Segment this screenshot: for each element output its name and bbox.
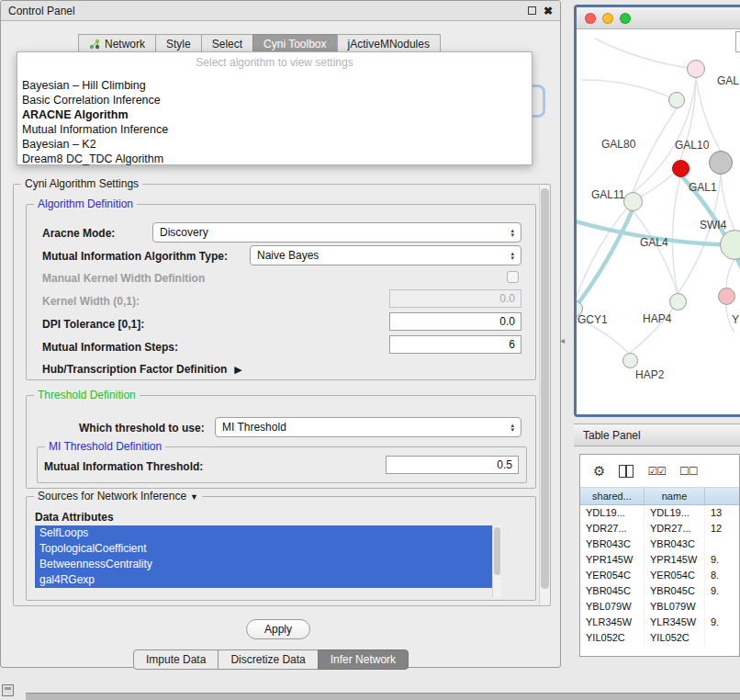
dropdown-item[interactable]: Bayesian – Hill Climbing — [17, 78, 532, 93]
table-row[interactable]: YBL079W YBL079W — [580, 599, 740, 615]
network-node-label: HAP2 — [635, 368, 664, 381]
table-cell: 9. — [705, 583, 740, 599]
network-node-label: HAP4 — [643, 312, 671, 325]
network-node-label: GAL4 — [640, 236, 668, 249]
mi-threshold-label: Mutual Information Threshold: — [44, 460, 203, 473]
column-header[interactable]: shared... — [580, 488, 645, 504]
tab-discretize-data[interactable]: Discretize Data — [218, 649, 318, 670]
table-cell: YBL079W — [645, 599, 705, 615]
table-cell: YBL079W — [580, 599, 645, 615]
network-node[interactable] — [718, 288, 735, 305]
control-panel-titlebar: Control Panel ✖ — [1, 1, 560, 21]
mac-minimize-button[interactable] — [602, 13, 613, 24]
float-window-icon[interactable] — [528, 6, 536, 15]
mi-algorithm-type-label: Mutual Information Algorithm Type: — [42, 250, 228, 263]
table-cell: 8. — [705, 568, 740, 583]
column-header[interactable]: name — [645, 488, 705, 504]
network-node[interactable] — [669, 293, 687, 310]
mi-algorithm-type-select[interactable]: Naive Bayes ▴▾ — [250, 245, 521, 265]
attributes-scrollbar-thumb[interactable] — [494, 527, 500, 575]
kernel-width-field: 0.0 — [389, 289, 521, 308]
network-node[interactable] — [622, 353, 638, 368]
dropdown-item[interactable]: Basic Correlation Inference — [17, 93, 532, 107]
group-title: Cyni Algorithm Settings — [21, 177, 142, 190]
list-item[interactable]: SelfLoops — [35, 525, 492, 541]
network-canvas[interactable]: GALGAL80GAL10GAL11GAL1SWI4GAL4GCY1HAP4YH… — [577, 29, 740, 414]
table-panel-title: Table Panel — [583, 429, 641, 442]
network-node-label: GCY1 — [577, 313, 608, 326]
sources-group-title[interactable]: Sources for Network Inference▼ — [34, 490, 202, 502]
settings-scrollbar[interactable] — [539, 186, 550, 604]
table-row[interactable]: YDL19... YDL19... 13 — [580, 505, 740, 521]
tab-impute-data[interactable]: Impute Data — [133, 649, 219, 670]
network-scrollbar[interactable] — [735, 31, 740, 52]
network-node[interactable] — [623, 192, 643, 211]
kernel-width-label: Kernel Width (0,1): — [42, 295, 140, 308]
group-title: Algorithm Definition — [34, 198, 137, 210]
dropdown-item-selected[interactable]: ARACNE Algorithm — [17, 107, 532, 122]
network-node[interactable] — [709, 151, 733, 175]
apply-button[interactable]: Apply — [246, 619, 310, 639]
table-cell: YPR145W — [580, 552, 645, 568]
tab-infer-network[interactable]: Infer Network — [318, 649, 409, 670]
dropdown-item[interactable]: Dream8 DC_TDC Algorithm — [17, 152, 532, 166]
mi-threshold-field[interactable]: 0.5 — [386, 456, 519, 474]
aracne-mode-select[interactable]: Discovery ▴▾ — [152, 222, 521, 243]
table-cell — [705, 536, 740, 552]
mi-algorithm-type-value: Naive Bayes — [257, 249, 319, 262]
network-node-label: SWI4 — [700, 219, 726, 231]
table-cell: YDL19... — [645, 505, 705, 521]
splitter-handle[interactable]: ◂ — [560, 335, 565, 345]
dpi-tolerance-field[interactable]: 0.0 — [389, 312, 521, 331]
network-node[interactable] — [687, 60, 705, 78]
table-body: YDL19... YDL19... 13 YDR27... YDR27... 1… — [580, 505, 739, 646]
table-cell: YDL19... — [580, 505, 645, 521]
table-cell: 9. — [705, 615, 740, 630]
table-cell: YBR045C — [580, 583, 645, 599]
attributes-scrollbar[interactable] — [492, 525, 501, 597]
list-item[interactable]: gal4RGexp — [35, 572, 492, 588]
mac-zoom-button[interactable] — [620, 13, 631, 24]
mi-steps-field[interactable]: 6 — [389, 335, 521, 354]
deselect-all-checkboxes-icon[interactable]: ☐☐ — [679, 466, 698, 477]
horizontal-scrollbar[interactable] — [26, 693, 740, 700]
table-row[interactable]: YIL052C YIL052C — [580, 630, 740, 646]
data-attributes-list[interactable]: SelfLoops TopologicalCoefficient Between… — [35, 525, 492, 597]
table-cell — [705, 599, 740, 615]
manual-kernel-width-checkbox[interactable] — [507, 271, 519, 283]
table-panel-window: ⚙ ☑☑ ☐☐ shared... name YDL19... YDL19...… — [579, 454, 740, 657]
table-row[interactable]: YER054C YER054C 8. — [580, 568, 740, 583]
chevron-updown-icon: ▴▾ — [505, 423, 514, 432]
panel-collapse-icon[interactable] — [2, 684, 14, 696]
table-row[interactable]: YBR043C YBR043C — [580, 536, 740, 552]
network-node-label: Y — [732, 313, 739, 326]
table-row[interactable]: YDR27... YDR27... 12 — [580, 521, 740, 536]
network-node-label: GAL10 — [675, 139, 709, 152]
list-item[interactable]: BetweennessCentrality — [35, 557, 492, 572]
table-row[interactable]: YBR045C YBR045C 9. — [580, 583, 740, 599]
dropdown-item[interactable]: Bayesian – K2 — [17, 137, 532, 152]
select-all-checkboxes-icon[interactable]: ☑☑ — [647, 466, 666, 477]
table-row[interactable]: YPR145W YPR145W 9. — [580, 552, 740, 568]
columns-icon[interactable] — [619, 465, 633, 478]
network-node[interactable] — [668, 92, 685, 108]
settings-scrollbar-thumb[interactable] — [541, 188, 549, 589]
algorithm-dropdown-list: Select algorithm to view settings Bayesi… — [17, 51, 533, 165]
table-row[interactable]: YLR345W YLR345W 9. — [580, 615, 740, 630]
hub-factor-toggle[interactable]: Hub/Transcription Factor Definition▶ — [42, 363, 242, 376]
network-node[interactable] — [672, 160, 690, 177]
network-node-label: GAL11 — [591, 188, 624, 201]
which-threshold-select[interactable]: MI Threshold ▴▾ — [215, 417, 521, 437]
gear-icon[interactable]: ⚙ — [593, 464, 605, 478]
table-cell: YIL052C — [645, 630, 705, 646]
table-cell: YLR345W — [645, 615, 705, 630]
chevron-updown-icon: ▴▾ — [505, 251, 514, 260]
list-item[interactable]: TopologicalCoefficient — [35, 541, 492, 557]
mac-close-button[interactable] — [585, 13, 596, 24]
dropdown-item[interactable]: Mutual Information Inference — [17, 122, 532, 137]
column-header[interactable] — [705, 488, 740, 504]
network-node-label: GAL1 — [689, 181, 717, 194]
table-toolbar: ⚙ ☑☑ ☐☐ — [580, 455, 739, 488]
dropdown-placeholder: Select algorithm to view settings — [17, 52, 532, 78]
close-icon[interactable]: ✖ — [544, 6, 553, 17]
